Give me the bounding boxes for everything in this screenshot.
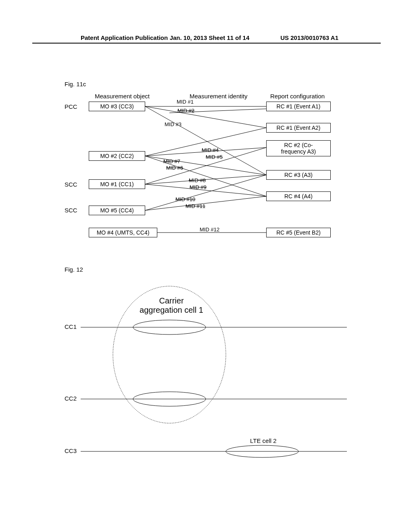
mid-4: MID #4 bbox=[202, 147, 219, 153]
header-right: US 2013/0010763 A1 bbox=[249, 34, 338, 41]
header-left: Patent Application Publication bbox=[81, 34, 170, 41]
mid-1: MID #1 bbox=[177, 99, 194, 105]
mo-1-box: MO #1 (CC1) bbox=[89, 179, 145, 189]
svg-line-12 bbox=[145, 196, 266, 210]
mid-6: MID #6 bbox=[166, 165, 183, 171]
figure-12: Carrier aggregation cell 1 CC1 CC2 CC3 L… bbox=[65, 282, 355, 463]
fig-11c-label: Fig. 11c bbox=[65, 81, 86, 87]
col-head-mo: Measurement object bbox=[95, 93, 150, 100]
rc-2-box: RC #2 (Co- frequency A3) bbox=[266, 140, 331, 156]
label-lte-cell-2: LTE cell 2 bbox=[250, 437, 277, 444]
mo-2-box: MO #2 (CC2) bbox=[89, 151, 145, 161]
mid-10: MID #10 bbox=[175, 196, 195, 202]
rc-4-box: RC #4 (A4) bbox=[266, 191, 331, 201]
mid-3: MID #3 bbox=[165, 121, 181, 127]
svg-line-1 bbox=[145, 106, 266, 128]
mid-2: MID #2 bbox=[177, 108, 194, 114]
rc-1a2-box: RC #1 (Event A2) bbox=[266, 123, 331, 133]
carrier-agg-l1: Carrier bbox=[139, 296, 204, 305]
label-cc1: CC1 bbox=[65, 323, 77, 330]
svg-line-11 bbox=[145, 175, 266, 210]
rc-3-box: RC #3 (A3) bbox=[266, 170, 331, 180]
col-head-rc: Report configuration bbox=[270, 93, 325, 100]
label-cc3: CC3 bbox=[65, 447, 77, 454]
mo-4-box: MO #4 (UMTS, CC4) bbox=[89, 228, 157, 237]
mo-3-box: MO #3 (CC3) bbox=[89, 102, 145, 111]
side-scc2: SCC bbox=[65, 207, 77, 214]
mid-8: MID #8 bbox=[189, 177, 206, 183]
carrier-agg-title: Carrier aggregation cell 1 bbox=[139, 296, 204, 315]
mid-9: MID #9 bbox=[190, 184, 206, 190]
mo-5-box: MO #5 (CC4) bbox=[89, 206, 145, 215]
side-pcc: PCC bbox=[65, 103, 77, 110]
carrier-agg-l2: aggregation cell 1 bbox=[139, 305, 204, 315]
side-scc1: SCC bbox=[65, 181, 77, 188]
rc-2-line2: frequency A3) bbox=[269, 148, 328, 155]
svg-line-9 bbox=[145, 175, 266, 184]
label-cc2: CC2 bbox=[65, 395, 77, 402]
mid-12: MID #12 bbox=[200, 227, 219, 233]
fig-12-label: Fig. 12 bbox=[65, 266, 83, 273]
page-header: Patent Application Publication Jan. 10, … bbox=[32, 34, 381, 44]
mid-11: MID #11 bbox=[186, 203, 205, 209]
header-mid: Jan. 10, 2013 Sheet 11 of 14 bbox=[170, 34, 250, 41]
col-head-mid: Measurement identity bbox=[190, 93, 247, 100]
figure-11c: Measurement object Measurement identity … bbox=[65, 93, 355, 250]
mid-7: MID #7 bbox=[163, 158, 180, 164]
rc-1a1-box: RC #1 (Event A1) bbox=[266, 102, 331, 111]
svg-line-2 bbox=[145, 106, 266, 175]
rc-2-line1: RC #2 (Co- bbox=[269, 142, 328, 148]
fig12-svg bbox=[65, 282, 355, 463]
mid-5: MID #5 bbox=[206, 154, 223, 160]
rc-5-box: RC #5 (Event B2) bbox=[266, 228, 331, 237]
